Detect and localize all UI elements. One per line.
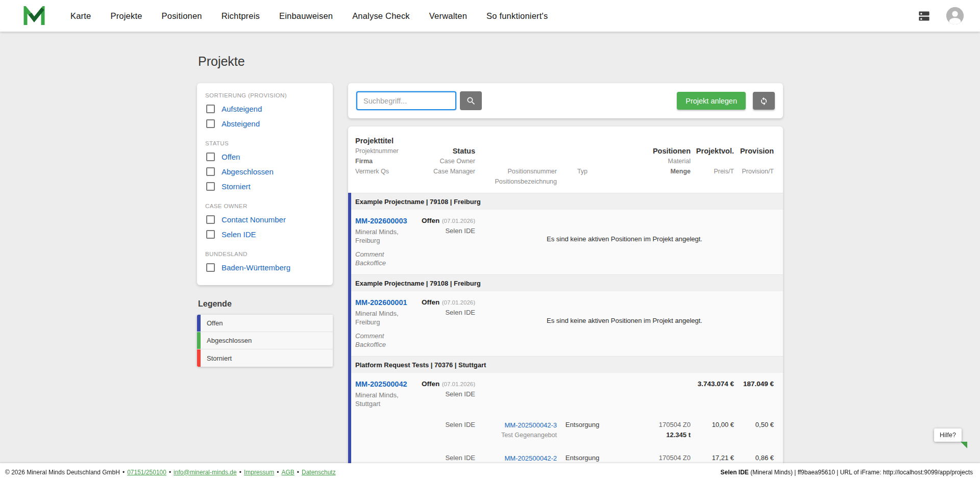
filter-section-title: STATUS [205,140,325,146]
refresh-icon [759,96,769,106]
filter-section-sortierung: SORTIERUNG (PROVISION) Aufsteigend Abste… [205,92,325,131]
search-input[interactable] [356,91,456,110]
col-positionen[interactable]: Positionen [608,146,691,156]
refresh-button[interactable] [753,92,775,110]
project-status: Offen (07.01.2026) [422,379,475,388]
app-logo[interactable] [23,6,45,26]
project-firma: Mineral Minds, Freiburg [355,309,412,326]
person-icon [946,7,964,24]
project-group-header[interactable]: Platform Request Tests | 70376 | Stuttga… [351,356,783,373]
agb-link[interactable]: AGB [281,469,294,476]
nav-item-einbauweisen[interactable]: Einbauweisen [279,11,333,21]
checkbox-icon[interactable] [206,263,215,272]
project-volume: 3.743.074 € [691,379,734,408]
status-label: Offen [422,298,439,306]
impressum-link[interactable]: Impressum [244,469,274,476]
checkbox-icon[interactable] [206,119,215,128]
position-row[interactable]: Selen IDE MM-202500042-3 Test Gegenangeb… [351,415,783,448]
col-menge: Menge [608,166,691,176]
filter-option-offen[interactable]: Offen [205,149,325,164]
nav-item-positionen[interactable]: Positionen [162,11,202,21]
filter-option-storniert[interactable]: Storniert [205,179,325,194]
project-status: Offen (07.01.2026) [422,297,475,307]
checkbox-icon[interactable] [206,153,215,161]
position-number-link[interactable]: MM-202500042-2 [504,454,557,462]
col-case-owner: Case Owner [422,156,475,166]
create-project-button[interactable]: Projekt anlegen [677,92,746,110]
avatar[interactable] [946,7,964,24]
search-button[interactable] [460,91,482,110]
filter-option-baden-wuerttemberg[interactable]: Baden-Württemberg [205,260,325,275]
legend-item-abgeschlossen: Abgeschlossen [197,332,333,349]
col-provision[interactable]: Provision [734,146,774,156]
search-toolbar: Projekt anlegen [348,83,783,118]
position-typ: Entsorgung [557,420,608,440]
col-positionsbezeichnung: Positionsbezeichnung [475,176,557,187]
case-owner-value: Selen IDE [422,227,475,235]
phone-link[interactable]: 07151/250100 [127,469,166,476]
col-positionsnummer: Positionsnummer [475,166,557,176]
filter-option-absteigend[interactable]: Absteigend [205,116,325,131]
project-row[interactable]: MM-202500042 Mineral Minds, Stuttgart Of… [351,373,783,415]
project-status: Offen (07.01.2026) [422,216,475,225]
checkbox-icon[interactable] [206,230,215,239]
col-status[interactable]: Status [422,146,475,156]
nav-item-karte[interactable]: Karte [70,11,91,21]
legend: Offen Abgeschlossen Storniert [197,315,333,367]
filter-section-status: STATUS Offen Abgeschlossen Storniert [205,140,325,194]
datenschutz-link[interactable]: Datenschutz [302,469,336,476]
checkbox-icon[interactable] [206,215,215,224]
legend-color-abgeschlossen [197,332,201,349]
filter-panel: SORTIERUNG (PROVISION) Aufsteigend Abste… [197,83,333,285]
separator: • [297,469,299,476]
project-number-link[interactable]: MM-202600003 [355,216,407,226]
top-nav: Karte Projekte Positionen Richtpreis Ein… [0,0,980,32]
project-number-link[interactable]: MM-202500042 [355,379,407,389]
session-details: (Mineral Minds) | ff9baea95610 | URL of … [749,469,973,476]
col-vermerk-qs: Vermerk Qs [355,166,422,176]
session-info: Selen IDE (Mineral Minds) | ff9baea95610… [721,469,973,476]
nav-item-analyse-check[interactable]: Analyse Check [352,11,410,21]
case-owner-value: Selen IDE [422,390,475,398]
project-provision: 187.049 € [734,379,774,408]
filter-option-aufsteigend[interactable]: Aufsteigend [205,102,325,116]
col-case-manager: Case Manager [422,166,475,176]
footer: © 2026 Mineral Minds Deutschland GmbH • … [0,463,980,481]
nav-item-richtpreis[interactable]: Richtpreis [222,11,260,21]
project-group-header[interactable]: Example Projectname | 79108 | Freiburg [351,193,783,210]
status-label: Offen [422,380,439,388]
filter-section-title: SORTIERUNG (PROVISION) [205,92,325,98]
session-user: Selen IDE [721,469,749,476]
filter-option-selen-ide[interactable]: Selen IDE [205,227,325,242]
checkbox-icon[interactable] [206,182,215,191]
project-group-header[interactable]: Example Projectname | 79108 | Freiburg [351,274,783,291]
checkbox-icon[interactable] [206,167,215,176]
nav-item-so-funktionierts[interactable]: So funktioniert's [486,11,548,21]
checkbox-icon[interactable] [206,105,215,113]
project-vermerk: Comment Backoffice [355,332,401,349]
legend-color-storniert [197,349,201,367]
help-button[interactable]: Hilfe? [934,428,962,442]
project-row[interactable]: MM-202600001 Mineral Minds, Freiburg Com… [351,291,783,356]
position-number-link[interactable]: MM-202500042-3 [504,421,557,429]
project-row[interactable]: MM-202600003 Mineral Minds, Freiburg Com… [351,210,783,274]
col-projektvol[interactable]: Projektvol. [691,146,734,156]
legend-item-storniert: Storniert [197,349,333,367]
help-widget-corner[interactable] [961,442,967,448]
nav-item-projekte[interactable]: Projekte [110,11,142,21]
filter-option-contact-nonumber[interactable]: Contact Nonumber [205,212,325,227]
device-icon[interactable] [917,9,931,23]
filter-option-abgeschlossen[interactable]: Abgeschlossen [205,164,325,179]
project-block: Platform Request Tests | 70376 | Stuttga… [348,356,783,481]
email-link[interactable]: info@mineral-minds.de [174,469,237,476]
status-date: (07.01.2026) [442,218,475,224]
position-material: 170504 Z0 [608,420,691,429]
project-vermerk: Comment Backoffice [355,250,401,267]
status-date: (07.01.2026) [442,381,475,387]
filter-section-title: CASE OWNER [205,203,325,209]
legend-title: Legende [198,299,333,309]
project-number-link[interactable]: MM-202600001 [355,297,407,308]
nav-item-verwalten[interactable]: Verwalten [429,11,467,21]
case-owner-value: Selen IDE [422,309,475,316]
col-projekttitel[interactable]: Projekttitel [355,136,422,146]
